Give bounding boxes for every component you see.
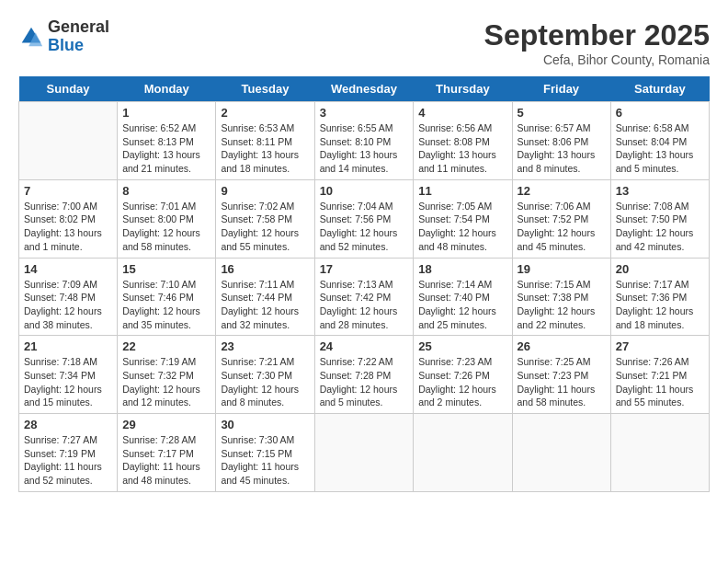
day-number: 26 — [518, 339, 606, 353]
day-info: Sunrise: 7:13 AM Sunset: 7:42 PM Dayligh… — [320, 278, 409, 332]
calendar-cell: 4Sunrise: 6:56 AM Sunset: 8:08 PM Daylig… — [414, 102, 512, 180]
day-info: Sunrise: 6:55 AM Sunset: 8:10 PM Dayligh… — [320, 121, 409, 176]
calendar-cell: 16Sunrise: 7:11 AM Sunset: 7:44 PM Dayli… — [216, 258, 314, 336]
day-number: 18 — [418, 262, 506, 276]
calendar-cell: 15Sunrise: 7:10 AM Sunset: 7:46 PM Dayli… — [118, 258, 216, 336]
calendar-cell: 27Sunrise: 7:26 AM Sunset: 7:21 PM Dayli… — [610, 336, 709, 414]
day-header-wednesday: Wednesday — [314, 76, 414, 102]
calendar-cell: 18Sunrise: 7:14 AM Sunset: 7:40 PM Dayli… — [414, 258, 512, 336]
day-number: 13 — [616, 184, 704, 198]
week-row-4: 21Sunrise: 7:18 AM Sunset: 7:34 PM Dayli… — [19, 336, 710, 414]
month-title: September 2025 — [484, 18, 710, 52]
day-info: Sunrise: 7:05 AM Sunset: 7:54 PM Dayligh… — [418, 200, 506, 254]
day-info: Sunrise: 7:26 AM Sunset: 7:21 PM Dayligh… — [616, 355, 704, 409]
day-info: Sunrise: 6:52 AM Sunset: 8:13 PM Dayligh… — [122, 121, 210, 176]
calendar-cell: 7Sunrise: 7:00 AM Sunset: 8:02 PM Daylig… — [19, 179, 118, 258]
day-info: Sunrise: 7:30 AM Sunset: 7:15 PM Dayligh… — [221, 433, 309, 488]
day-number: 10 — [320, 184, 409, 198]
day-number: 5 — [518, 106, 606, 120]
day-header-friday: Friday — [512, 76, 610, 102]
day-info: Sunrise: 7:27 AM Sunset: 7:19 PM Dayligh… — [24, 433, 112, 488]
day-number: 17 — [320, 262, 409, 276]
day-info: Sunrise: 7:10 AM Sunset: 7:46 PM Dayligh… — [122, 278, 210, 332]
calendar-cell: 3Sunrise: 6:55 AM Sunset: 8:10 PM Daylig… — [314, 102, 414, 180]
calendar-cell: 6Sunrise: 6:58 AM Sunset: 8:04 PM Daylig… — [610, 102, 709, 180]
day-number: 12 — [518, 184, 606, 198]
day-number: 21 — [24, 339, 112, 353]
day-info: Sunrise: 7:25 AM Sunset: 7:23 PM Dayligh… — [518, 355, 606, 409]
calendar-cell: 19Sunrise: 7:15 AM Sunset: 7:38 PM Dayli… — [512, 258, 610, 336]
logo-icon — [18, 24, 44, 50]
day-number: 11 — [418, 184, 506, 198]
day-info: Sunrise: 7:15 AM Sunset: 7:38 PM Dayligh… — [518, 278, 606, 332]
day-number: 7 — [24, 184, 112, 198]
day-info: Sunrise: 7:04 AM Sunset: 7:56 PM Dayligh… — [320, 200, 409, 254]
calendar-cell: 24Sunrise: 7:22 AM Sunset: 7:28 PM Dayli… — [314, 336, 414, 414]
calendar-cell: 1Sunrise: 6:52 AM Sunset: 8:13 PM Daylig… — [118, 102, 216, 180]
day-number: 25 — [418, 339, 506, 353]
day-number: 15 — [122, 262, 210, 276]
day-number: 4 — [418, 106, 506, 120]
day-info: Sunrise: 7:14 AM Sunset: 7:40 PM Dayligh… — [418, 278, 506, 332]
calendar-cell — [610, 414, 709, 492]
day-info: Sunrise: 7:28 AM Sunset: 7:17 PM Dayligh… — [122, 433, 210, 488]
calendar-cell: 5Sunrise: 6:57 AM Sunset: 8:06 PM Daylig… — [512, 102, 610, 180]
week-row-1: 1Sunrise: 6:52 AM Sunset: 8:13 PM Daylig… — [19, 102, 710, 180]
calendar-cell — [414, 414, 512, 492]
day-info: Sunrise: 7:22 AM Sunset: 7:28 PM Dayligh… — [320, 355, 409, 409]
day-header-tuesday: Tuesday — [216, 76, 314, 102]
calendar-cell: 30Sunrise: 7:30 AM Sunset: 7:15 PM Dayli… — [216, 414, 314, 492]
day-number: 24 — [320, 339, 409, 353]
logo-blue-text: Blue — [48, 36, 84, 54]
calendar-cell — [19, 102, 118, 180]
day-number: 30 — [221, 418, 309, 431]
logo: General Blue — [18, 18, 109, 55]
day-info: Sunrise: 7:17 AM Sunset: 7:36 PM Dayligh… — [616, 278, 704, 332]
day-number: 19 — [518, 262, 606, 276]
day-info: Sunrise: 7:02 AM Sunset: 7:58 PM Dayligh… — [221, 200, 309, 254]
week-row-5: 28Sunrise: 7:27 AM Sunset: 7:19 PM Dayli… — [19, 414, 710, 492]
calendar-cell: 21Sunrise: 7:18 AM Sunset: 7:34 PM Dayli… — [19, 336, 118, 414]
day-info: Sunrise: 7:19 AM Sunset: 7:32 PM Dayligh… — [122, 355, 210, 409]
day-number: 3 — [320, 106, 409, 120]
calendar-cell: 29Sunrise: 7:28 AM Sunset: 7:17 PM Dayli… — [118, 414, 216, 492]
day-header-sunday: Sunday — [19, 76, 118, 102]
day-number: 20 — [616, 262, 704, 276]
calendar-table: SundayMondayTuesdayWednesdayThursdayFrid… — [18, 76, 710, 492]
calendar-cell: 14Sunrise: 7:09 AM Sunset: 7:48 PM Dayli… — [19, 258, 118, 336]
location-subtitle: Cefa, Bihor County, Romania — [484, 52, 710, 67]
day-number: 6 — [616, 106, 704, 120]
day-info: Sunrise: 6:57 AM Sunset: 8:06 PM Dayligh… — [518, 121, 606, 176]
calendar-cell: 9Sunrise: 7:02 AM Sunset: 7:58 PM Daylig… — [216, 179, 314, 258]
calendar-cell: 8Sunrise: 7:01 AM Sunset: 8:00 PM Daylig… — [118, 179, 216, 258]
day-number: 27 — [616, 339, 704, 353]
calendar-cell: 20Sunrise: 7:17 AM Sunset: 7:36 PM Dayli… — [610, 258, 709, 336]
day-info: Sunrise: 7:06 AM Sunset: 7:52 PM Dayligh… — [518, 200, 606, 254]
calendar-cell: 13Sunrise: 7:08 AM Sunset: 7:50 PM Dayli… — [610, 179, 709, 258]
calendar-cell: 10Sunrise: 7:04 AM Sunset: 7:56 PM Dayli… — [314, 179, 414, 258]
day-number: 14 — [24, 262, 112, 276]
day-header-thursday: Thursday — [414, 76, 512, 102]
day-info: Sunrise: 7:21 AM Sunset: 7:30 PM Dayligh… — [221, 355, 309, 409]
calendar-cell — [314, 414, 414, 492]
day-info: Sunrise: 7:00 AM Sunset: 8:02 PM Dayligh… — [24, 200, 112, 254]
calendar-cell: 17Sunrise: 7:13 AM Sunset: 7:42 PM Dayli… — [314, 258, 414, 336]
day-number: 9 — [221, 184, 309, 198]
page-header: General Blue September 2025 Cefa, Bihor … — [18, 18, 710, 67]
day-number: 23 — [221, 339, 309, 353]
day-info: Sunrise: 7:23 AM Sunset: 7:26 PM Dayligh… — [418, 355, 506, 409]
day-number: 22 — [122, 339, 210, 353]
days-header-row: SundayMondayTuesdayWednesdayThursdayFrid… — [19, 76, 710, 102]
day-info: Sunrise: 6:56 AM Sunset: 8:08 PM Dayligh… — [418, 121, 506, 176]
day-info: Sunrise: 6:58 AM Sunset: 8:04 PM Dayligh… — [616, 121, 704, 176]
week-row-2: 7Sunrise: 7:00 AM Sunset: 8:02 PM Daylig… — [19, 179, 710, 258]
title-block: September 2025 Cefa, Bihor County, Roman… — [484, 18, 710, 67]
calendar-cell: 11Sunrise: 7:05 AM Sunset: 7:54 PM Dayli… — [414, 179, 512, 258]
day-info: Sunrise: 6:53 AM Sunset: 8:11 PM Dayligh… — [221, 121, 309, 176]
calendar-cell: 25Sunrise: 7:23 AM Sunset: 7:26 PM Dayli… — [414, 336, 512, 414]
day-number: 2 — [221, 106, 309, 120]
day-number: 1 — [122, 106, 210, 120]
day-header-monday: Monday — [118, 76, 216, 102]
calendar-cell: 2Sunrise: 6:53 AM Sunset: 8:11 PM Daylig… — [216, 102, 314, 180]
day-info: Sunrise: 7:01 AM Sunset: 8:00 PM Dayligh… — [122, 200, 210, 254]
